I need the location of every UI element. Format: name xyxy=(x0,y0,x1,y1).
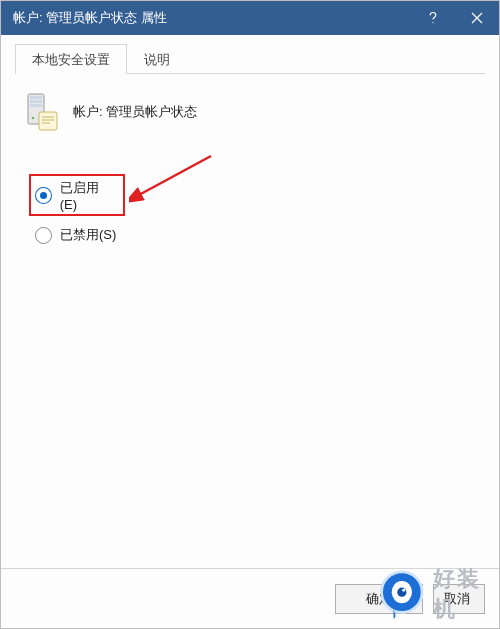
svg-point-5 xyxy=(32,117,35,120)
watermark-bubble-icon xyxy=(377,568,427,621)
radio-group: 已启用(E) 已禁用(S) xyxy=(35,174,475,250)
tab-description[interactable]: 说明 xyxy=(127,44,187,74)
watermark-text: 好装机 xyxy=(433,568,499,624)
close-icon xyxy=(471,12,483,24)
radio-disabled-label: 已禁用(S) xyxy=(60,226,116,244)
policy-title: 帐户: 管理员帐户状态 xyxy=(73,103,197,121)
svg-point-10 xyxy=(392,581,412,603)
svg-rect-2 xyxy=(30,96,42,99)
watermark-clip: 好装机 xyxy=(377,568,499,628)
radio-enabled-label: 已启用(E) xyxy=(60,179,115,212)
tab-strip: 本地安全设置 说明 xyxy=(15,45,485,74)
svg-point-12 xyxy=(402,589,405,592)
svg-point-8 xyxy=(382,572,423,613)
svg-point-11 xyxy=(397,588,406,597)
window-title: 帐户: 管理员帐户状态 属性 xyxy=(13,9,411,27)
close-button[interactable] xyxy=(455,1,499,35)
policy-header: 帐户: 管理员帐户状态 xyxy=(25,92,475,132)
svg-point-9 xyxy=(382,572,423,613)
tab-panel: 帐户: 管理员帐户状态 已启用(E) 已禁用(S) xyxy=(15,74,485,250)
radio-enabled-button[interactable] xyxy=(35,187,52,204)
help-icon xyxy=(426,11,440,25)
watermark: 好装机 xyxy=(377,568,499,624)
tab-local-security-settings[interactable]: 本地安全设置 xyxy=(15,44,127,74)
svg-rect-4 xyxy=(30,104,42,107)
svg-rect-6 xyxy=(39,112,57,130)
svg-rect-3 xyxy=(30,100,42,103)
radio-enabled[interactable]: 已启用(E) xyxy=(29,174,125,216)
tab-label: 本地安全设置 xyxy=(32,52,110,67)
server-policy-icon xyxy=(25,92,59,132)
titlebar: 帐户: 管理员帐户状态 属性 xyxy=(1,1,499,35)
radio-disabled[interactable]: 已禁用(S) xyxy=(35,220,475,250)
svg-point-0 xyxy=(432,22,433,23)
help-button[interactable] xyxy=(411,1,455,35)
radio-disabled-button[interactable] xyxy=(35,227,52,244)
dialog-content: 本地安全设置 说明 帐户: 管理员帐户状态 xyxy=(1,35,499,568)
tab-label: 说明 xyxy=(144,52,170,67)
properties-dialog: 帐户: 管理员帐户状态 属性 本地安全设置 说明 xyxy=(0,0,500,629)
